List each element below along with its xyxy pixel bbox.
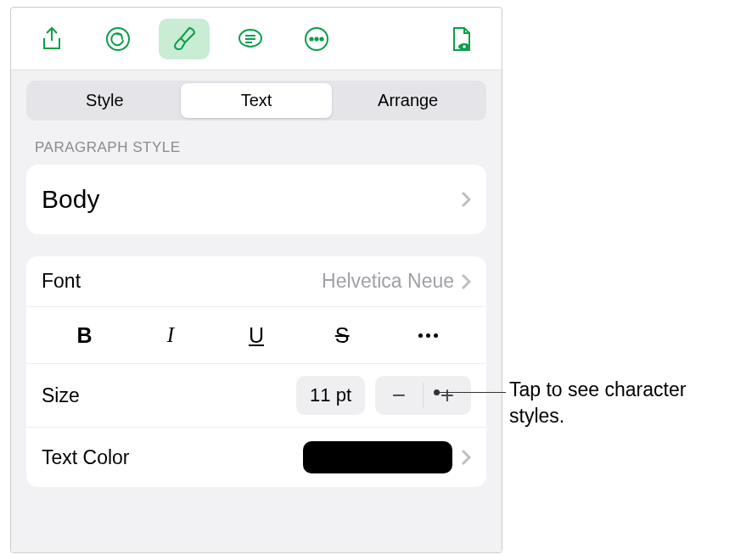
font-row[interactable]: Font Helvetica Neue bbox=[26, 256, 486, 306]
chevron-right-icon bbox=[461, 449, 471, 466]
format-inspector-panel: Style Text Arrange Paragraph Style Body … bbox=[10, 7, 502, 553]
tab-text[interactable]: Text bbox=[181, 83, 333, 118]
style-buttons-row: B I U S bbox=[26, 306, 486, 363]
paragraph-style-card: Body bbox=[26, 165, 486, 234]
ellipsis-icon bbox=[418, 333, 438, 338]
svg-point-10 bbox=[463, 45, 466, 48]
comment-button[interactable] bbox=[225, 19, 276, 59]
italic-button[interactable]: I bbox=[127, 317, 213, 353]
svg-point-6 bbox=[310, 37, 312, 40]
character-styles-button[interactable] bbox=[385, 317, 471, 353]
undo-button[interactable] bbox=[93, 19, 143, 59]
format-button[interactable] bbox=[159, 19, 210, 59]
size-decrease-button[interactable]: − bbox=[375, 376, 423, 415]
svg-point-7 bbox=[315, 37, 317, 40]
font-value: Helvetica Neue bbox=[322, 270, 454, 293]
paintbrush-icon bbox=[171, 25, 198, 53]
size-row: Size 11 pt − + bbox=[26, 363, 486, 427]
inspector-tabs: Style Text Arrange bbox=[26, 81, 486, 120]
callout-text: Tap to see character styles. bbox=[509, 377, 735, 429]
paragraph-style-value: Body bbox=[42, 185, 461, 214]
chevron-right-icon bbox=[461, 191, 471, 208]
font-label: Font bbox=[42, 270, 322, 293]
section-header-paragraph-style: Paragraph Style bbox=[26, 139, 486, 165]
toolbar bbox=[11, 8, 502, 70]
document-eye-icon bbox=[447, 25, 474, 53]
strikethrough-button[interactable]: S bbox=[300, 317, 385, 353]
font-card: Font Helvetica Neue B I U S Size 11 pt − bbox=[26, 256, 486, 487]
text-color-row[interactable]: Text Color bbox=[26, 427, 486, 487]
size-increase-button[interactable]: + bbox=[424, 376, 471, 415]
more-button[interactable] bbox=[291, 19, 342, 59]
share-button[interactable] bbox=[26, 19, 77, 59]
svg-point-0 bbox=[107, 28, 129, 50]
paragraph-style-row[interactable]: Body bbox=[26, 165, 486, 234]
comment-icon bbox=[237, 25, 264, 53]
tab-arrange[interactable]: Arrange bbox=[332, 83, 484, 118]
document-options-button[interactable] bbox=[435, 19, 486, 59]
share-icon bbox=[38, 25, 65, 53]
chevron-right-icon bbox=[461, 273, 471, 290]
size-label: Size bbox=[42, 384, 296, 407]
svg-point-8 bbox=[320, 37, 323, 40]
inspector-body: Style Text Arrange Paragraph Style Body … bbox=[11, 70, 502, 552]
callout-leader-line bbox=[436, 392, 506, 393]
text-color-label: Text Color bbox=[42, 446, 303, 469]
more-circle-icon bbox=[303, 25, 330, 53]
undo-icon bbox=[104, 25, 132, 53]
underline-button[interactable]: U bbox=[213, 317, 299, 353]
text-color-swatch bbox=[303, 441, 452, 473]
size-stepper: − + bbox=[375, 376, 471, 415]
size-value[interactable]: 11 pt bbox=[296, 376, 365, 415]
bold-button[interactable]: B bbox=[42, 317, 127, 353]
tab-style[interactable]: Style bbox=[29, 83, 181, 118]
